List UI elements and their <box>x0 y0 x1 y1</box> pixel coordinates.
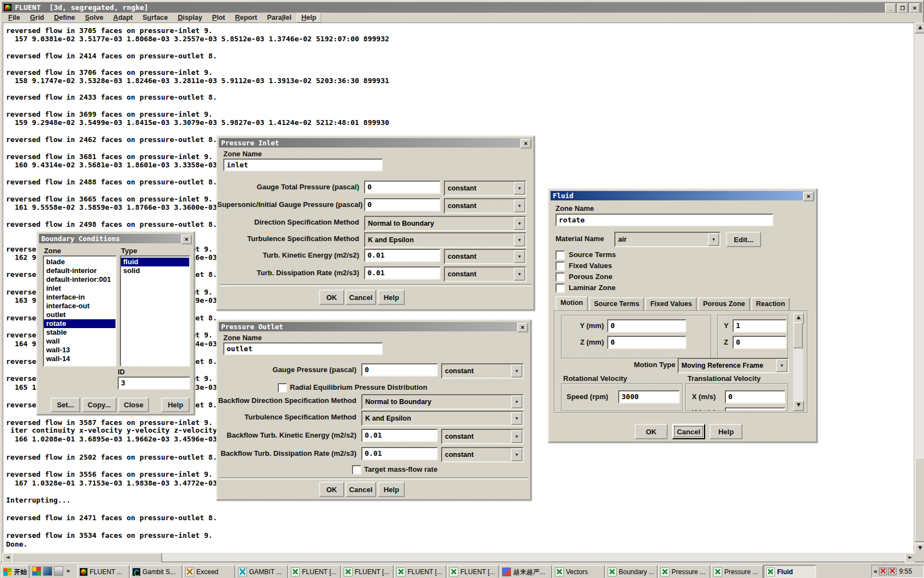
tab[interactable]: Motion <box>556 296 588 310</box>
menu-item[interactable]: Display <box>173 13 207 22</box>
taskbar-button[interactable]: Pressure ... <box>658 565 711 578</box>
scroll-up-icon[interactable]: ▲ <box>915 23 924 34</box>
set-button[interactable]: Set... <box>51 397 80 412</box>
turbulence-spec-dropdown[interactable]: K and Epsilon▼ <box>364 232 526 248</box>
zone-list-item[interactable]: blade <box>44 258 116 266</box>
ok-button[interactable]: OK <box>319 482 344 497</box>
chevron-down-icon[interactable]: ▼ <box>514 250 525 263</box>
x-velocity-field[interactable]: 0 <box>725 390 785 403</box>
close-icon[interactable]: ✕ <box>181 235 192 244</box>
backflow-direction-dropdown[interactable]: Normal to Boundary▼ <box>361 394 524 410</box>
close-button[interactable]: Close <box>118 397 149 412</box>
quick-launch-icon[interactable] <box>32 566 41 576</box>
vertical-scroll-thumb[interactable] <box>915 457 924 542</box>
gauge-pressure-field[interactable]: 0 <box>361 363 438 377</box>
taskbar-button[interactable]: 越来越严... <box>499 565 552 578</box>
tab[interactable]: Fixed Values <box>645 297 697 310</box>
scroll-down-icon[interactable]: ▼ <box>793 400 804 411</box>
menu-item[interactable]: Help <box>296 13 321 23</box>
type-list[interactable]: fluidsolid <box>120 255 190 367</box>
ok-button[interactable]: OK <box>319 290 344 305</box>
checkbox[interactable] <box>556 272 565 282</box>
gauge-pressure-method-dropdown[interactable]: constant▼ <box>441 363 524 379</box>
horizontal-scrollbar[interactable]: ◄ ► <box>2 553 914 561</box>
chevron-down-icon[interactable]: ▼ <box>514 199 525 212</box>
checkbox[interactable] <box>556 261 565 271</box>
type-list-item[interactable]: fluid <box>121 258 189 266</box>
y-velocity-field[interactable] <box>725 407 785 412</box>
dialog-title-bar[interactable]: Pressure Outlet <box>219 322 529 331</box>
ok-button[interactable]: OK <box>635 424 668 439</box>
taskbar-button[interactable]: Fluid <box>763 565 816 578</box>
horizontal-scroll-thumb[interactable] <box>12 553 162 564</box>
checkbox[interactable] <box>556 283 565 293</box>
tab[interactable]: Reaction <box>751 297 790 310</box>
supersonic-pressure-method-dropdown[interactable]: constant▼ <box>444 198 526 214</box>
zone-list[interactable]: bladedefault-interiordefault-interior:00… <box>43 255 117 367</box>
chevron-down-icon[interactable]: ▼ <box>511 395 522 408</box>
zone-list-item[interactable]: default-interior <box>44 266 116 275</box>
backflow-tke-field[interactable]: 0.01 <box>361 429 438 442</box>
backflow-tke-method-dropdown[interactable]: constant▼ <box>441 429 524 444</box>
menu-item[interactable]: Grid <box>25 13 50 22</box>
turb-dissipation-rate-field[interactable]: 0.01 <box>364 266 441 280</box>
zone-list-item[interactable]: interface-in <box>44 293 116 302</box>
zone-list-item[interactable]: stable <box>44 328 116 337</box>
tab[interactable]: Source Terms <box>589 297 644 310</box>
motion-type-dropdown[interactable]: Moving Reference Frame▼ <box>678 358 789 373</box>
target-mass-flow-checkbox[interactable] <box>352 465 361 475</box>
taskbar-button[interactable]: Boundary ... <box>605 565 658 578</box>
chevron-right-icon[interactable]: » <box>66 566 70 576</box>
chevron-left-icon[interactable]: « <box>873 568 878 575</box>
minimize-button[interactable]: _ <box>885 3 896 13</box>
menu-item[interactable]: Define <box>49 13 80 22</box>
gauge-total-pressure-method-dropdown[interactable]: constant▼ <box>444 181 526 196</box>
turb-dissipation-rate-method-dropdown[interactable]: constant▼ <box>444 266 526 282</box>
checkbox[interactable] <box>556 250 565 260</box>
help-button[interactable]: Help <box>378 482 405 497</box>
cancel-button[interactable]: Cancel <box>345 482 376 497</box>
network-disconnected-icon[interactable] <box>888 568 897 575</box>
zone-name-field[interactable]: outlet <box>223 342 383 355</box>
turb-kinetic-energy-method-dropdown[interactable]: constant▼ <box>444 249 526 264</box>
help-button[interactable]: Help <box>710 424 743 439</box>
supersonic-pressure-field[interactable]: 0 <box>364 198 441 211</box>
chevron-down-icon[interactable]: ▼ <box>708 233 719 246</box>
network-disconnected-icon[interactable] <box>879 568 887 575</box>
chevron-down-icon[interactable]: ▼ <box>514 268 525 281</box>
speed-field[interactable]: 3000 <box>618 390 680 403</box>
backflow-tdr-method-dropdown[interactable]: constant▼ <box>441 447 524 462</box>
gauge-total-pressure-field[interactable]: 0 <box>364 181 441 194</box>
material-dropdown[interactable]: air▼ <box>614 232 721 247</box>
menu-item[interactable]: Surface <box>138 13 173 22</box>
cancel-button[interactable]: Cancel <box>672 424 705 439</box>
scroll-right-icon[interactable]: ► <box>905 553 916 564</box>
menu-item[interactable]: Adapt <box>108 13 138 22</box>
chevron-down-icon[interactable]: ▼ <box>514 233 525 247</box>
menu-item[interactable]: Plot <box>207 13 230 22</box>
backflow-tdr-field[interactable]: 0.01 <box>361 447 438 460</box>
turb-kinetic-energy-field[interactable]: 0.01 <box>364 249 441 262</box>
zone-list-item[interactable]: wall-14 <box>44 355 116 363</box>
taskbar-button[interactable]: FLUENT [... <box>447 565 499 578</box>
taskbar-button[interactable]: Pressure ... <box>711 565 763 578</box>
close-icon[interactable]: ✕ <box>803 192 814 201</box>
zone-name-field[interactable]: inlet <box>223 159 383 171</box>
z-origin-field[interactable]: 0 <box>607 336 686 349</box>
zone-list-item[interactable]: wall-13 <box>44 346 116 355</box>
clock[interactable]: 9:55 <box>899 568 912 575</box>
dialog-title-bar[interactable]: Fluid <box>551 191 815 200</box>
edit-material-button[interactable]: Edit... <box>726 232 761 247</box>
chevron-down-icon[interactable]: ▼ <box>514 182 525 195</box>
zone-list-item[interactable]: rotate <box>44 319 116 328</box>
chevron-down-icon[interactable]: ▼ <box>514 217 525 230</box>
zone-list-item[interactable]: interface-out <box>44 302 116 310</box>
maximize-button[interactable]: ❐ <box>897 3 908 13</box>
y-direction-field[interactable]: 1 <box>733 319 787 332</box>
menu-item[interactable]: Report <box>230 13 262 22</box>
chevron-down-icon[interactable]: ▼ <box>511 430 522 443</box>
menu-item[interactable]: Solve <box>80 13 108 22</box>
panel-scrollbar[interactable]: ▲ ▼ <box>793 313 803 410</box>
chevron-down-icon[interactable]: ▼ <box>776 359 788 372</box>
zone-name-field[interactable]: rotate <box>556 214 773 226</box>
